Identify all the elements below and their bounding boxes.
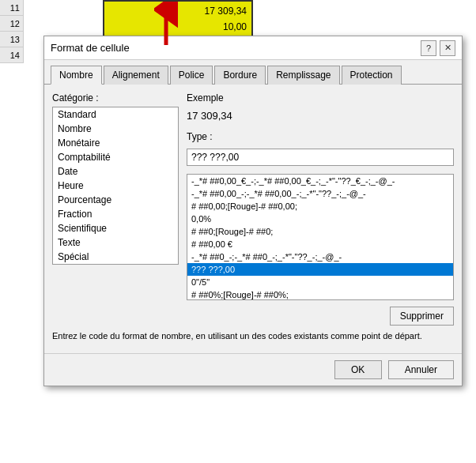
format-item-4[interactable]: # ##0;[Rouge]-# ##0; <box>187 225 453 238</box>
format-item-3[interactable]: 0,0% <box>187 213 453 225</box>
dialog-content: Catégorie : Standard Nombre Monétaire Co… <box>44 84 462 350</box>
format-item-8[interactable]: 0"/5" <box>187 276 453 288</box>
help-button[interactable]: ? <box>421 40 436 56</box>
cat-monetaire[interactable]: Monétaire <box>53 136 178 150</box>
cat-date[interactable]: Date <box>53 164 178 179</box>
tab-alignement[interactable]: Alignement <box>104 66 168 85</box>
tab-bordure[interactable]: Bordure <box>214 66 266 85</box>
cat-personnalisee[interactable]: Personnalisée <box>53 264 178 265</box>
category-list[interactable]: Standard Nombre Monétaire Comptabilité D… <box>52 107 179 265</box>
format-item-9[interactable]: # ##0%;[Rouge]-# ##0%; <box>187 288 453 300</box>
row-num-12: 12 <box>0 16 24 32</box>
format-item-5[interactable]: # ##0,00 € <box>187 238 453 250</box>
cancel-button[interactable]: Annuler <box>388 360 454 379</box>
cat-special[interactable]: Spécial <box>53 250 178 264</box>
format-item-7[interactable]: ??? ???,00 <box>187 263 453 276</box>
right-panel: Exemple 17 309,34 Type : -_*# ##0,00_€_-… <box>187 92 454 326</box>
category-panel: Catégorie : Standard Nombre Monétaire Co… <box>52 92 179 326</box>
cat-standard[interactable]: Standard <box>53 107 178 122</box>
cat-scientifique[interactable]: Scientifique <box>53 221 178 235</box>
dialog-footer: OK Annuler <box>44 353 462 386</box>
row-num-11: 11 <box>0 0 24 16</box>
cell-row-2: 10,00 <box>109 19 247 35</box>
title-bar-controls: ? ✕ <box>421 40 455 56</box>
type-input[interactable] <box>187 149 454 166</box>
tab-remplissage[interactable]: Remplissage <box>267 66 339 85</box>
format-item-0[interactable]: -_*# ##0,00_€_-;-_*# ##0,00_€_-;_-*"-"??… <box>187 175 453 187</box>
format-item-2[interactable]: # ##0,00;[Rouge]-# ##0,00; <box>187 200 453 213</box>
tab-bar: Nombre Alignement Police Bordure Remplis… <box>44 60 462 84</box>
type-label: Type : <box>187 131 454 142</box>
tab-police[interactable]: Police <box>170 66 213 85</box>
cell-row-1: 17 309,34 <box>109 3 247 19</box>
row-num-13: 13 <box>0 32 24 47</box>
cat-comptabilite[interactable]: Comptabilité <box>53 150 178 164</box>
ok-button[interactable]: OK <box>334 360 382 379</box>
cat-fraction[interactable]: Fraction <box>53 207 178 221</box>
hint-text: Entrez le code du format de nombre, en u… <box>52 330 454 342</box>
row-num-14: 14 <box>0 47 24 63</box>
tab-protection[interactable]: Protection <box>342 66 402 85</box>
category-label: Catégorie : <box>52 92 179 104</box>
example-label: Exemple <box>187 92 454 104</box>
cat-texte[interactable]: Texte <box>53 235 178 250</box>
format-item-1[interactable]: -_*# ##0,00_-;-_*# ##0,00_-;_-*"-"??_-;_… <box>187 187 453 200</box>
dialog-title-bar: Format de cellule ? ✕ <box>44 36 462 60</box>
format-item-6[interactable]: -_*# ##0_-;-_*# ##0_-;_-*"-"??_-;_-@_- <box>187 250 453 263</box>
cat-heure[interactable]: Heure <box>53 179 178 193</box>
close-button[interactable]: ✕ <box>440 40 455 56</box>
example-value: 17 309,34 <box>187 110 454 122</box>
content-row: Catégorie : Standard Nombre Monétaire Co… <box>52 92 454 326</box>
delete-button[interactable]: Supprimer <box>390 307 454 326</box>
cat-pourcentage[interactable]: Pourcentage <box>53 193 178 207</box>
row-numbers: 11 12 13 14 <box>0 0 24 63</box>
cat-nombre[interactable]: Nombre <box>53 122 178 136</box>
format-cell-dialog: Format de cellule ? ✕ Nombre Alignement … <box>43 36 463 386</box>
dialog-title: Format de cellule <box>51 42 130 54</box>
format-list[interactable]: -_*# ##0,00_€_-;-_*# ##0,00_€_-;_-*"-"??… <box>187 174 454 300</box>
tab-nombre[interactable]: Nombre <box>51 66 102 85</box>
